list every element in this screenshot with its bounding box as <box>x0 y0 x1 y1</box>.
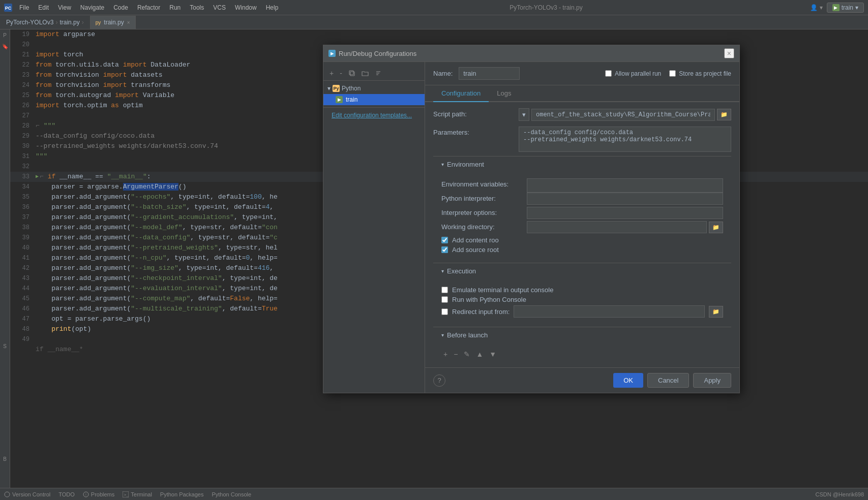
name-input[interactable] <box>459 67 520 80</box>
menu-run[interactable]: Run <box>165 3 185 13</box>
tab-logs[interactable]: Logs <box>489 85 519 102</box>
menu-window[interactable]: Window <box>231 3 261 13</box>
copy-config-button[interactable] <box>346 69 357 78</box>
ok-button[interactable]: OK <box>613 373 643 388</box>
python-console-item[interactable]: Python Console <box>212 491 251 497</box>
menu-tools[interactable]: Tools <box>186 3 208 13</box>
tab-configuration[interactable]: Configuration <box>433 85 489 102</box>
problems-label: Problems <box>91 491 114 497</box>
before-launch-expand-icon: ▾ <box>441 332 444 338</box>
menu-bar[interactable]: File Edit View Navigate Code Refactor Ru… <box>15 3 282 13</box>
menu-view[interactable]: View <box>54 3 75 13</box>
bookmarks-sidebar-icon[interactable]: B <box>2 455 9 462</box>
menu-refactor[interactable]: Refactor <box>133 3 164 13</box>
title-bar-right: 👤 ▾ ▶ train ▾ <box>810 3 864 13</box>
menu-navigate[interactable]: Navigate <box>76 3 108 13</box>
execution-section-header[interactable]: ▾ Execution <box>433 263 731 279</box>
working-directory-label: Working directory: <box>441 221 523 231</box>
before-launch-add-button[interactable]: + <box>441 349 450 359</box>
dialog-form-header: Name: Allow parallel run Sto <box>425 62 739 85</box>
emulate-terminal-row: Emulate terminal in output console <box>441 285 723 295</box>
before-launch-edit-button[interactable]: ✎ <box>462 349 472 359</box>
project-icon[interactable]: P <box>2 32 9 39</box>
add-content-root-row: Add content roo <box>441 235 723 245</box>
dialog-body: + - <box>323 62 739 393</box>
terminal-item[interactable]: >_ Terminal <box>123 491 152 497</box>
file-tab[interactable]: py train.py × <box>90 16 136 29</box>
py-icon: py <box>96 20 101 25</box>
folder-config-button[interactable] <box>360 69 371 77</box>
allow-parallel-checkbox[interactable] <box>605 70 612 77</box>
add-content-root-checkbox[interactable] <box>441 237 448 243</box>
run-label: train <box>842 4 853 11</box>
before-launch-remove-button[interactable]: − <box>452 349 460 359</box>
env-variables-label: Environment variables: <box>441 178 523 188</box>
main-layout: P 🔖 S B 19 import argparse 20 21 import … <box>0 29 868 488</box>
python-console-label: Python Console <box>212 491 251 497</box>
script-path-input[interactable] <box>531 109 715 121</box>
breadcrumb-file[interactable]: train.py <box>59 19 79 26</box>
dialog-close-button[interactable]: × <box>724 48 734 58</box>
bottom-bar: Version Control TODO ! Problems >_ Termi… <box>0 488 868 500</box>
window-title: PyTorch-YOLOv3 - train.py <box>282 4 810 11</box>
script-path-browse-button[interactable]: 📁 <box>717 109 731 120</box>
add-content-root-label: Add content roo <box>452 236 499 244</box>
run-config-button[interactable]: ▶ train ▾ <box>827 3 864 13</box>
before-launch-down-button[interactable]: ▼ <box>487 349 498 359</box>
run-chevron: ▾ <box>855 4 858 11</box>
add-source-root-checkbox[interactable] <box>441 246 448 253</box>
help-button[interactable]: ? <box>433 374 445 387</box>
script-path-dropdown[interactable]: ▾ <box>519 108 529 121</box>
menu-code[interactable]: Code <box>109 3 132 13</box>
add-config-button[interactable]: + <box>327 68 336 78</box>
config-toolbar: + - <box>323 66 425 81</box>
redirect-input-checkbox[interactable] <box>441 308 448 315</box>
menu-file[interactable]: File <box>15 3 33 13</box>
problems-icon: ! <box>83 491 89 497</box>
apply-button[interactable]: Apply <box>693 373 731 388</box>
python-packages-item[interactable]: Python Packages <box>160 491 204 497</box>
version-control-label: Version Control <box>12 491 50 497</box>
version-control-item[interactable]: Version Control <box>4 491 50 497</box>
python-interpreter-input[interactable] <box>527 193 723 205</box>
breadcrumb-project[interactable]: PyTorch-YOLOv3 <box>6 19 53 26</box>
working-directory-input[interactable] <box>527 221 707 233</box>
emulate-terminal-label: Emulate terminal in output console <box>452 286 553 294</box>
sort-config-button[interactable] <box>373 69 384 78</box>
name-row: Name: <box>433 67 520 80</box>
redirect-input-field[interactable] <box>514 305 705 318</box>
execution-label: Execution <box>447 267 476 275</box>
menu-vcs[interactable]: VCS <box>209 3 230 13</box>
menu-help[interactable]: Help <box>262 3 283 13</box>
before-launch-header[interactable]: ▾ Before launch <box>433 327 731 343</box>
structure-icon[interactable]: S <box>2 342 9 350</box>
store-project-checkbox[interactable] <box>669 70 676 77</box>
bookmark-icon[interactable]: 🔖 <box>2 43 9 50</box>
interpreter-options-input[interactable] <box>527 207 723 219</box>
edit-config-link[interactable]: Edit configuration templates... <box>327 110 416 121</box>
run-python-console-checkbox[interactable] <box>441 296 448 303</box>
train-config-item[interactable]: ▶ train <box>323 94 425 105</box>
tab-close-button[interactable]: × <box>127 20 130 25</box>
params-textarea[interactable]: --data_config config/coco.data --pretrai… <box>519 127 731 152</box>
python-group[interactable]: ▾ Py Python <box>323 83 425 94</box>
todo-item[interactable]: TODO <box>58 491 75 497</box>
emulate-terminal-checkbox[interactable] <box>441 287 448 293</box>
remove-config-button[interactable]: - <box>338 68 344 78</box>
redirect-browse-button[interactable]: 📁 <box>709 306 723 318</box>
script-path-field: ▾ 📁 <box>519 108 731 121</box>
working-directory-field: 📁 <box>527 221 723 233</box>
train-config-icon: ▶ <box>336 96 343 103</box>
script-path-row: Script path: ▾ 📁 <box>433 108 731 122</box>
problems-item[interactable]: ! Problems <box>83 491 114 497</box>
env-variables-input[interactable] <box>527 178 723 193</box>
add-source-root-row: Add source root <box>441 245 723 255</box>
config-tree: ▾ Py Python ▶ train <box>323 81 425 107</box>
environment-section-header[interactable]: ▾ Environment <box>433 156 731 172</box>
menu-edit[interactable]: Edit <box>34 3 53 13</box>
dialog-title-text: Run/Debug Configurations <box>339 50 416 57</box>
working-directory-browse-button[interactable]: 📁 <box>709 222 723 233</box>
cancel-button[interactable]: Cancel <box>647 373 689 388</box>
add-source-root-label: Add source root <box>452 246 499 254</box>
before-launch-up-button[interactable]: ▲ <box>474 349 485 359</box>
